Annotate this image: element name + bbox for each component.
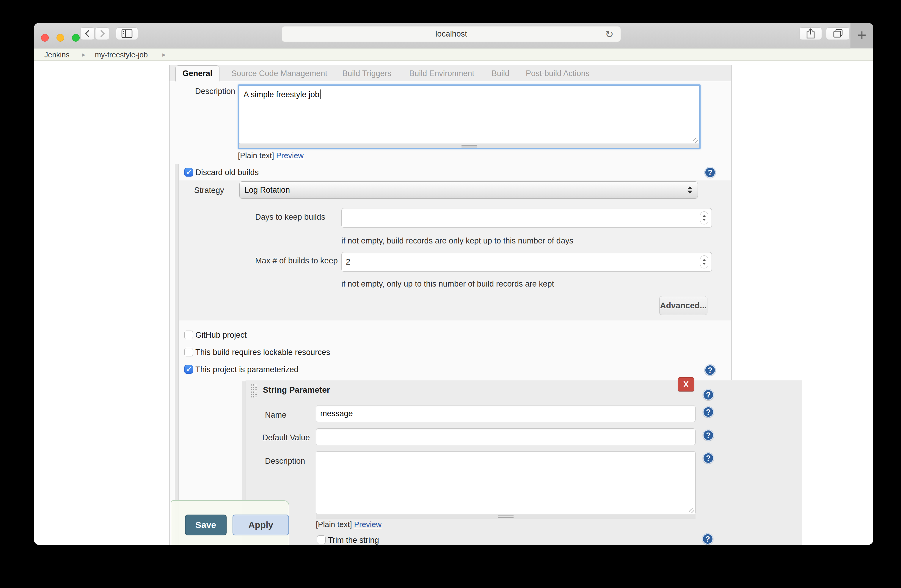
help-icon[interactable] [703, 429, 714, 441]
resize-grip-icon[interactable] [689, 508, 694, 513]
discard-old-builds-checkbox[interactable] [184, 168, 193, 177]
preview-link[interactable]: Preview [276, 151, 304, 160]
close-window-button[interactable] [41, 34, 49, 42]
days-to-keep-input[interactable] [341, 208, 712, 228]
tab-build[interactable]: Build [491, 69, 510, 78]
textarea-drag-handle[interactable] [316, 515, 695, 519]
strategy-label: Strategy [194, 186, 224, 195]
lockable-resources-checkbox[interactable] [184, 348, 193, 356]
description-textarea[interactable]: A simple freestyle job [238, 84, 701, 149]
param-description-textarea[interactable] [316, 451, 695, 514]
breadcrumb-jenkins[interactable]: Jenkins [44, 51, 70, 59]
save-bar: Save Apply [171, 500, 289, 545]
tab-source-code-management[interactable]: Source Code Management [231, 69, 327, 78]
save-button[interactable]: Save [185, 515, 227, 535]
parameter-title: String Parameter [263, 385, 330, 395]
param-format-row: [Plain text] Preview [316, 520, 382, 529]
github-project-label: GitHub project [195, 331, 247, 340]
select-arrows-icon [687, 187, 692, 194]
tab-post-build-actions[interactable]: Post-build Actions [526, 69, 590, 78]
zoom-window-button[interactable] [72, 34, 80, 42]
breadcrumb-separator-icon [82, 51, 85, 59]
plain-text-label: [Plain text] [238, 151, 274, 160]
forward-chevron-icon [98, 29, 106, 38]
param-name-input[interactable] [316, 405, 695, 422]
trim-string-checkbox[interactable] [317, 535, 326, 544]
help-icon[interactable] [702, 533, 713, 544]
tab-general[interactable]: General [175, 65, 220, 81]
description-textarea-text: A simple freestyle job [239, 86, 699, 144]
parameterized-label: This project is parameterized [195, 365, 299, 374]
discard-old-builds-label: Discard old builds [195, 168, 259, 177]
help-icon[interactable] [703, 406, 714, 418]
help-icon[interactable] [703, 389, 714, 400]
param-description-label: Description [265, 457, 305, 466]
strategy-value: Log Rotation [245, 185, 290, 195]
param-default-input[interactable] [316, 428, 695, 445]
share-button[interactable] [799, 27, 822, 40]
lockable-resources-label: This build requires lockable resources [195, 348, 330, 357]
forward-button[interactable] [95, 27, 109, 40]
plain-text-label: [Plain text] [316, 520, 352, 529]
textarea-drag-handle[interactable] [239, 144, 699, 148]
max-builds-help-text: if not empty, only up to this number of … [341, 280, 554, 289]
back-button[interactable] [80, 27, 95, 40]
string-parameter-block: String Parameter X Name Default Value De… [246, 380, 802, 545]
advanced-button[interactable]: Advanced... [659, 296, 708, 315]
browser-window: localhost Jenkins my-f [34, 23, 873, 545]
share-icon [805, 28, 816, 39]
discard-builds-panel [179, 180, 731, 320]
minimize-window-button[interactable] [56, 34, 64, 42]
sidebar-toggle-button[interactable] [116, 27, 138, 40]
breadcrumb: Jenkins my-freestyle-job [34, 48, 873, 61]
param-default-label: Default Value [262, 433, 310, 442]
preview-link[interactable]: Preview [354, 520, 382, 529]
sidebar-icon [121, 29, 133, 38]
help-icon[interactable] [703, 453, 714, 464]
config-tabbar: Source Code Management Build Triggers Bu… [170, 65, 731, 81]
param-name-label: Name [265, 411, 286, 420]
tab-overview-button[interactable] [826, 27, 850, 40]
text-caret [320, 89, 321, 99]
apply-button[interactable]: Apply [232, 515, 289, 535]
tab-build-environment[interactable]: Build Environment [409, 69, 474, 78]
description-label: Description [195, 87, 235, 96]
browser-toolbar: localhost [34, 23, 873, 48]
help-icon[interactable] [705, 167, 716, 178]
max-builds-label: Max # of builds to keep [255, 256, 338, 266]
delete-parameter-button[interactable]: X [678, 377, 694, 392]
help-icon[interactable] [705, 364, 716, 376]
screen: localhost Jenkins my-f [0, 0, 901, 588]
tab-build-triggers[interactable]: Build Triggers [342, 69, 391, 78]
github-project-checkbox[interactable] [184, 331, 193, 339]
new-tab-button[interactable] [850, 23, 873, 48]
trim-string-label: Trim the string [328, 536, 379, 545]
parameterized-checkbox[interactable] [184, 365, 193, 374]
url-text: localhost [435, 30, 467, 39]
tabs-overview-icon [832, 28, 843, 39]
strategy-select[interactable]: Log Rotation [239, 181, 698, 199]
days-to-keep-label: Days to keep builds [255, 213, 325, 222]
section-indent-strip [175, 164, 179, 545]
reload-icon[interactable] [605, 28, 616, 39]
drag-handle-icon[interactable] [250, 384, 258, 397]
description-format-row: [Plain text] Preview [238, 151, 304, 160]
number-stepper[interactable] [700, 255, 708, 268]
breadcrumb-separator-icon [162, 51, 166, 59]
number-stepper[interactable] [700, 212, 708, 224]
breadcrumb-job[interactable]: my-freestyle-job [95, 51, 148, 59]
days-to-keep-help-text: if not empty, build records are only kep… [341, 236, 573, 246]
resize-grip-icon[interactable] [693, 138, 698, 143]
config-content: Source Code Management Build Triggers Bu… [169, 65, 731, 545]
address-bar[interactable]: localhost [282, 26, 621, 42]
back-chevron-icon [84, 29, 91, 38]
max-builds-input[interactable] [341, 252, 712, 272]
